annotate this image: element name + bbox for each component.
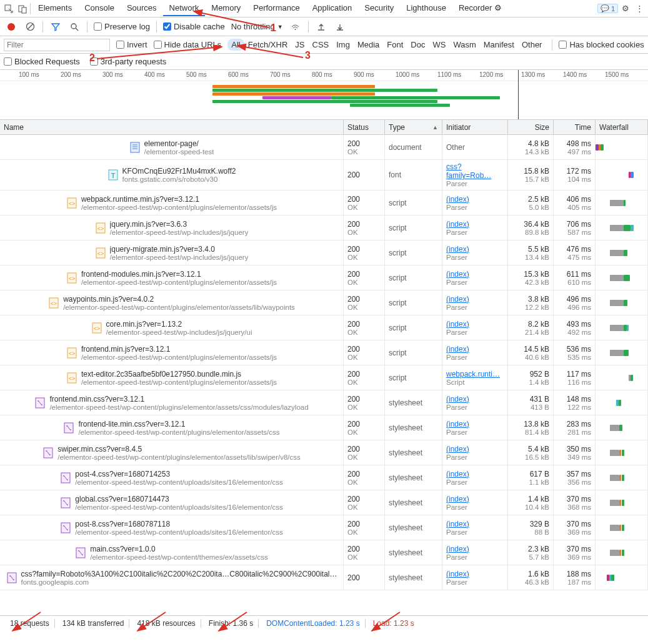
filter-type-img[interactable]: Img — [332, 39, 354, 51]
hide-data-urls-checkbox[interactable]: Hide data URLs — [154, 40, 222, 49]
download-har-icon[interactable] — [334, 21, 346, 33]
upload-har-icon[interactable] — [315, 21, 327, 33]
request-row[interactable]: <>webpack.runtime.min.js?ver=3.12.1/elem… — [0, 191, 648, 215]
initiator-link[interactable]: css?family=Rob… — [446, 162, 504, 180]
filter-type-js[interactable]: JS — [291, 39, 308, 51]
initiator-link[interactable]: (index) — [446, 470, 504, 478]
devtools-tabs: ElementsConsoleSourcesNetworkMemoryPerfo… — [0, 0, 648, 17]
tab-network[interactable]: Network — [163, 1, 206, 16]
initiator-link[interactable]: (index) — [446, 295, 504, 304]
initiator-link[interactable]: (index) — [446, 270, 504, 279]
header-status[interactable]: Status — [344, 120, 385, 134]
request-row[interactable]: <>frontend-modules.min.js?ver=3.12.1/ele… — [0, 265, 648, 290]
preserve-log-checkbox[interactable]: Preserve log — [94, 22, 150, 31]
tab-console[interactable]: Console — [78, 1, 121, 16]
filter-type-wasm[interactable]: Wasm — [449, 39, 479, 51]
header-waterfall[interactable]: Waterfall — [596, 120, 648, 134]
disable-cache-checkbox[interactable]: Disable cache — [163, 22, 225, 31]
request-row[interactable]: <>waypoints.min.js?ver=4.0.2/elementor-s… — [0, 290, 648, 315]
initiator-link[interactable]: (index) — [446, 320, 504, 329]
status-requests: 18 requests — [5, 619, 55, 628]
tab-security[interactable]: Security — [358, 1, 400, 16]
request-row[interactable]: frontend-lite.min.css?ver=3.12.1/element… — [0, 415, 648, 440]
tab-sources[interactable]: Sources — [121, 1, 163, 16]
filter-type-font[interactable]: Font — [383, 39, 407, 51]
filter-icon[interactable] — [49, 21, 62, 33]
tab-lighthouse[interactable]: Lighthouse — [400, 1, 452, 16]
filter-type-manifest[interactable]: Manifest — [480, 39, 518, 51]
svg-point-7 — [295, 29, 296, 30]
request-row[interactable]: post-8.css?ver=1680787118/elementor-spee… — [0, 515, 648, 540]
settings-icon[interactable]: ⚙ — [619, 2, 632, 15]
header-size[interactable]: Size — [508, 120, 554, 134]
request-row[interactable]: <>frontend.min.js?ver=3.12.1/elementor-s… — [0, 340, 648, 365]
invert-checkbox[interactable]: Invert — [116, 40, 147, 49]
messages-badge[interactable]: 💬 1 — [597, 4, 618, 13]
request-row[interactable]: global.css?ver=1680714473/elementor-spee… — [0, 490, 648, 515]
js-icon: <> — [95, 247, 106, 259]
css-icon — [34, 397, 46, 409]
request-row[interactable]: <>jquery.min.js?ver=3.6.3/elementor-spee… — [0, 215, 648, 240]
filter-input[interactable] — [4, 39, 110, 51]
blocked-requests-checkbox[interactable]: Blocked Requests — [4, 57, 80, 66]
request-row[interactable]: <>jquery-migrate.min.js?ver=3.4.0/elemen… — [0, 240, 648, 265]
css-icon — [63, 422, 74, 434]
request-row[interactable]: <>text-editor.2c35aafbe5bf0e127950.bundl… — [0, 365, 648, 390]
filter-type-all[interactable]: All — [227, 39, 244, 51]
svg-text:<>: <> — [69, 201, 76, 207]
request-row[interactable]: elementor-page//elementor-speed-test 200… — [0, 135, 648, 160]
initiator-link[interactable]: (index) — [446, 245, 504, 254]
blocked-cookies-checkbox[interactable]: Has blocked cookies — [559, 40, 644, 49]
initiator-link[interactable]: (index) — [446, 395, 504, 404]
filter-type-ws[interactable]: WS — [429, 39, 449, 51]
initiator-link[interactable]: (index) — [446, 420, 504, 429]
filter-type-css[interactable]: CSS — [309, 39, 333, 51]
svg-text:<>: <> — [97, 225, 104, 232]
device-icon[interactable] — [16, 2, 29, 15]
request-row[interactable]: post-4.css?ver=1680714253/elementor-spee… — [0, 465, 648, 490]
record-button[interactable] — [5, 21, 17, 33]
header-type[interactable]: Type▲ — [385, 120, 442, 134]
filter-type-media[interactable]: Media — [354, 39, 383, 51]
svg-rect-8 — [131, 142, 139, 152]
inspect-icon[interactable] — [2, 2, 15, 15]
header-initiator[interactable]: Initiator — [442, 120, 508, 134]
js-icon: <> — [95, 222, 106, 234]
throttling-select[interactable]: No throttling ▼ — [231, 22, 283, 31]
request-row[interactable]: TKFOmCnqEu92Fr1Mu4mxK.woff2fonts.gstatic… — [0, 160, 648, 191]
overview-timeline[interactable]: 100 ms200 ms300 ms400 ms500 ms600 ms700 … — [0, 70, 648, 120]
header-time[interactable]: Time — [554, 120, 596, 134]
initiator-link[interactable]: (index) — [446, 220, 504, 229]
search-icon[interactable] — [68, 21, 81, 33]
css-icon — [75, 547, 86, 559]
third-party-checkbox[interactable]: 3rd-party requests — [90, 57, 167, 66]
svg-text:<>: <> — [93, 325, 100, 332]
request-row[interactable]: <>core.min.js?ver=1.13.2/elementor-speed… — [0, 315, 648, 340]
request-row[interactable]: css?family=Roboto%3A100%2C100italic%2C20… — [0, 565, 648, 590]
initiator-link[interactable]: (index) — [446, 545, 504, 553]
initiator-link[interactable]: (index) — [446, 570, 504, 578]
initiator-link[interactable]: (index) — [446, 495, 504, 503]
filter-type-other[interactable]: Other — [518, 39, 546, 51]
initiator-link[interactable]: (index) — [446, 195, 504, 204]
tab-performance[interactable]: Performance — [247, 1, 306, 16]
tab-elements[interactable]: Elements — [32, 1, 78, 16]
request-row[interactable]: frontend.min.css?ver=3.12.1/elementor-sp… — [0, 390, 648, 415]
filter-type-fetchxhr[interactable]: Fetch/XHR — [244, 39, 292, 51]
clear-button[interactable] — [24, 21, 36, 33]
status-bar: 18 requests 134 kB transferred 418 kB re… — [0, 615, 648, 630]
header-name[interactable]: Name — [0, 120, 344, 134]
request-row[interactable]: swiper.min.css?ver=8.4.5/elementor-speed… — [0, 440, 648, 465]
more-icon[interactable]: ⋮ — [633, 2, 646, 15]
font-icon: T — [107, 169, 119, 181]
network-conditions-icon[interactable] — [289, 21, 302, 33]
request-row[interactable]: main.css?ver=1.0.0/elementor-speed-test/… — [0, 540, 648, 565]
initiator-link[interactable]: (index) — [446, 345, 504, 354]
initiator-link[interactable]: (index) — [446, 520, 504, 528]
tab-recorder[interactable]: Recorder ⚙ — [452, 1, 508, 16]
filter-type-doc[interactable]: Doc — [407, 39, 429, 51]
initiator-link[interactable]: webpack.runti… — [446, 370, 504, 379]
initiator-link[interactable]: (index) — [446, 445, 504, 453]
tab-application[interactable]: Application — [306, 1, 359, 16]
tab-memory[interactable]: Memory — [205, 1, 247, 16]
